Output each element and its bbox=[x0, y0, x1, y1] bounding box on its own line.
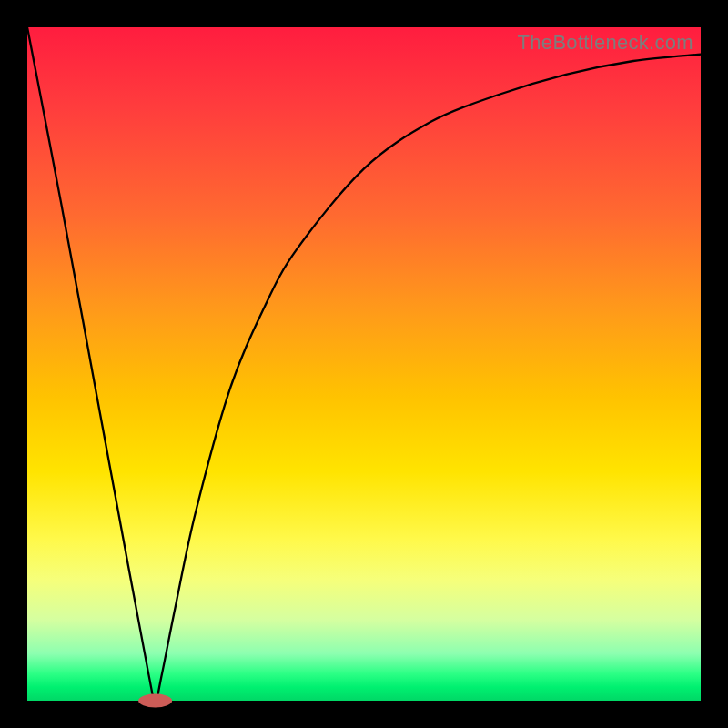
optimum-marker bbox=[138, 694, 172, 708]
chart-frame: TheBottleneck.com bbox=[0, 0, 728, 728]
curve-layer bbox=[27, 27, 701, 701]
plot-area: TheBottleneck.com bbox=[27, 27, 701, 701]
bottleneck-curve-path bbox=[27, 27, 701, 701]
